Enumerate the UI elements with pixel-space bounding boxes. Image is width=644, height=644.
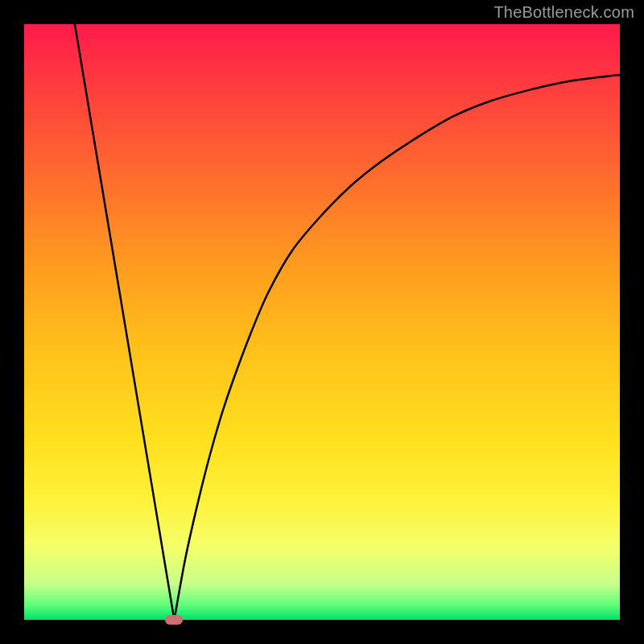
bottleneck-chart xyxy=(24,24,620,620)
chart-frame xyxy=(24,24,620,620)
chart-background xyxy=(24,24,620,620)
vertex-marker xyxy=(165,615,183,625)
attribution-text: TheBottleneck.com xyxy=(493,3,634,22)
